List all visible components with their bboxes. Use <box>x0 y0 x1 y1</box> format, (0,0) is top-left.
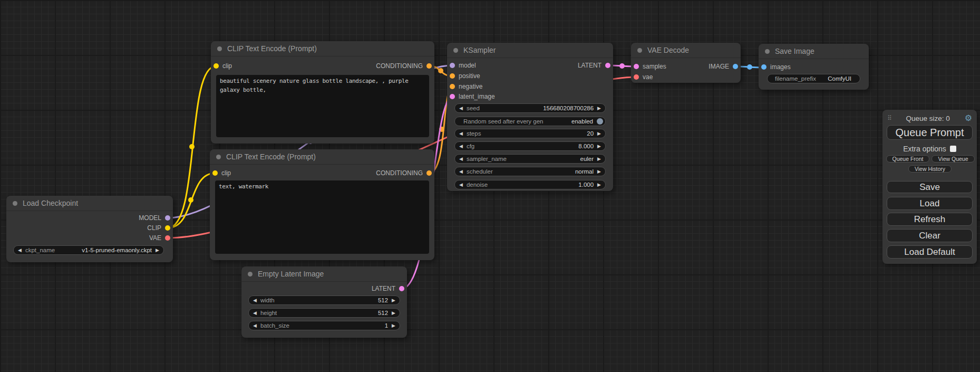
toggle-icon[interactable] <box>597 118 603 125</box>
latent-port-icon[interactable] <box>399 286 404 291</box>
widget-label: width <box>260 297 275 303</box>
widget-label: filename_prefix <box>775 75 816 82</box>
queue-prompt-button[interactable]: Queue Prompt <box>887 125 973 140</box>
node-title-bar[interactable]: CLIP Text Encode (Prompt) <box>210 149 434 165</box>
node-title-bar[interactable]: VAE Decode <box>631 43 741 58</box>
wire-dot-clip-to-negative <box>188 197 193 203</box>
node-title: VAE Decode <box>647 46 689 54</box>
node-load-checkpoint[interactable]: Load Checkpoint MODEL CLIP VAE ckpt_name… <box>6 196 173 262</box>
latent-port-icon[interactable] <box>605 63 610 68</box>
node-clip-text-encode-negative[interactable]: CLIP Text Encode (Prompt) clip CONDITION… <box>210 149 434 260</box>
port-label: negative <box>459 83 482 90</box>
widget-label: batch_size <box>260 322 289 329</box>
extra-options-row: Extra options <box>882 145 977 153</box>
clip-port-icon[interactable] <box>214 63 219 69</box>
conditioning-port-icon[interactable] <box>450 84 455 89</box>
decrement-arrow-icon[interactable] <box>459 169 463 174</box>
node-title: Load Checkpoint <box>23 199 78 207</box>
increment-arrow-icon[interactable] <box>597 157 601 161</box>
scheduler-widget[interactable]: scheduler normal <box>454 167 606 176</box>
node-title-bar[interactable]: Load Checkpoint <box>6 196 173 211</box>
load-default-button[interactable]: Load Default <box>887 245 973 259</box>
conditioning-port-icon[interactable] <box>426 63 432 69</box>
port-label: clip <box>221 169 231 177</box>
increment-arrow-icon[interactable] <box>597 144 601 149</box>
increment-arrow-icon[interactable] <box>156 248 159 253</box>
node-title-bar[interactable]: Save Image <box>759 44 869 59</box>
node-vae-decode[interactable]: VAE Decode samples vae IMAGE <box>631 43 741 83</box>
increment-arrow-icon[interactable] <box>392 323 395 328</box>
decrement-arrow-icon[interactable] <box>18 248 22 253</box>
output-model: MODEL <box>139 213 170 223</box>
denoise-widget[interactable]: denoise 1.000 <box>454 180 606 189</box>
decrement-arrow-icon[interactable] <box>459 106 463 111</box>
model-port-icon[interactable] <box>165 215 170 221</box>
view-queue-button[interactable]: View Queue <box>932 155 975 163</box>
decrement-arrow-icon[interactable] <box>459 144 463 149</box>
clear-button[interactable]: Clear <box>887 229 973 242</box>
increment-arrow-icon[interactable] <box>392 311 395 316</box>
node-title-bar[interactable]: CLIP Text Encode (Prompt) <box>211 41 434 56</box>
width-widget[interactable]: width 512 <box>248 295 400 305</box>
increment-arrow-icon[interactable] <box>597 106 601 111</box>
latent-port-icon[interactable] <box>450 94 455 99</box>
drag-handle-icon[interactable]: ⠿ <box>887 115 891 122</box>
node-title-bar[interactable]: Empty Latent Image <box>241 266 407 282</box>
decrement-arrow-icon[interactable] <box>253 323 257 328</box>
negative-prompt-textarea[interactable]: text, watermark <box>215 180 429 254</box>
steps-widget[interactable]: steps 20 <box>454 129 606 138</box>
clip-port-icon[interactable] <box>165 225 170 231</box>
ckpt-name-widget[interactable]: ckpt_name v1-5-pruned-emaonly.ckpt <box>13 245 164 255</box>
node-save-image[interactable]: Save Image images filename_prefix ComfyU… <box>759 44 869 90</box>
queue-front-button[interactable]: Queue Front <box>886 155 929 163</box>
image-port-icon[interactable] <box>733 64 738 69</box>
node-title: Save Image <box>775 47 814 55</box>
increment-arrow-icon[interactable] <box>597 183 601 187</box>
clip-port-icon[interactable] <box>212 170 218 176</box>
port-label: images <box>770 63 791 71</box>
vae-port-icon[interactable] <box>165 235 170 241</box>
sampler-name-widget[interactable]: sampler_name euler <box>454 154 606 164</box>
node-clip-text-encode-positive[interactable]: CLIP Text Encode (Prompt) clip CONDITION… <box>211 41 434 144</box>
node-ksampler[interactable]: KSampler model positive negative latent_… <box>447 43 613 191</box>
cfg-widget[interactable]: cfg 8.000 <box>454 141 606 151</box>
settings-gear-icon[interactable]: ⚙ <box>965 114 972 122</box>
extra-options-checkbox[interactable] <box>950 146 956 152</box>
conditioning-port-icon[interactable] <box>450 73 455 79</box>
node-empty-latent-image[interactable]: Empty Latent Image LATENT width 512 heig… <box>241 266 407 338</box>
node-title-bar[interactable]: KSampler <box>447 43 613 58</box>
refresh-button[interactable]: Refresh <box>887 213 973 226</box>
decrement-arrow-icon[interactable] <box>459 131 463 136</box>
decrement-arrow-icon[interactable] <box>459 157 463 161</box>
height-widget[interactable]: height 512 <box>248 308 400 318</box>
decrement-arrow-icon[interactable] <box>459 183 463 187</box>
increment-arrow-icon[interactable] <box>392 298 395 303</box>
input-negative: negative <box>450 82 482 91</box>
conditioning-port-icon[interactable] <box>426 170 432 176</box>
increment-arrow-icon[interactable] <box>597 131 601 136</box>
batch-size-widget[interactable]: batch_size 1 <box>248 321 400 330</box>
load-button[interactable]: Load <box>887 197 973 210</box>
graph-canvas[interactable]: Load Checkpoint MODEL CLIP VAE ckpt_name… <box>0 0 980 372</box>
latent-port-icon[interactable] <box>634 64 639 69</box>
save-button[interactable]: Save <box>887 181 973 193</box>
widget-value: ComfyUI <box>828 75 851 82</box>
view-history-button[interactable]: View History <box>908 165 952 173</box>
decrement-arrow-icon[interactable] <box>253 311 257 316</box>
input-images: images <box>761 62 791 72</box>
widget-value: 8.000 <box>578 143 594 149</box>
positive-prompt-textarea[interactable]: beautiful scenery nature glass bottle la… <box>216 75 429 137</box>
image-port-icon[interactable] <box>761 64 766 70</box>
seed-widget[interactable]: seed 156680208700286 <box>454 103 606 113</box>
decrement-arrow-icon[interactable] <box>253 298 257 303</box>
increment-arrow-icon[interactable] <box>597 169 601 174</box>
model-port-icon[interactable] <box>450 63 455 68</box>
extra-options-label: Extra options <box>903 145 946 153</box>
widget-label: seed <box>467 105 480 111</box>
widget-label: ckpt_name <box>25 247 55 253</box>
filename-prefix-widget[interactable]: filename_prefix ComfyUI <box>767 74 860 83</box>
input-model: model <box>450 61 476 70</box>
vae-port-icon[interactable] <box>634 74 639 80</box>
random-seed-widget[interactable]: Random seed after every gen enabled <box>454 117 606 126</box>
node-status-dot-icon <box>248 272 253 276</box>
